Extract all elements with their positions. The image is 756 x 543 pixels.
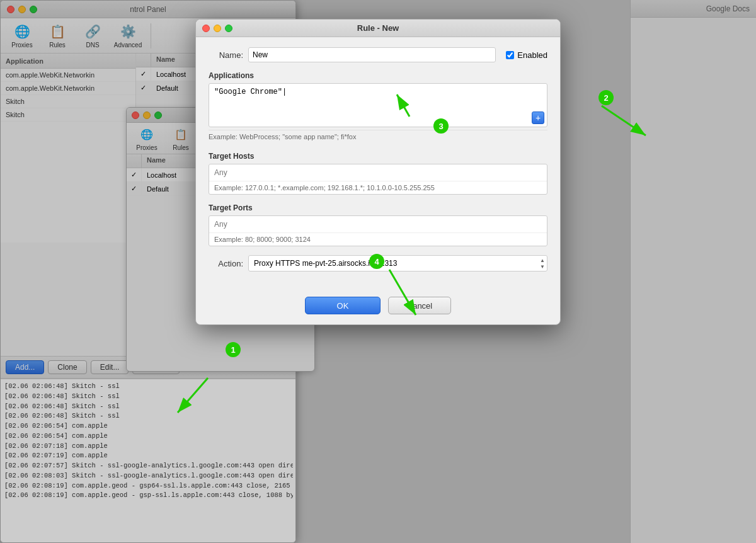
target-hosts-section: Target Hosts Example: 127.0.0.1; *.examp… [209,152,547,195]
name-input[interactable] [248,47,496,62]
dialog-overlay: Rule - New Name: Enabled Applications "G… [0,0,756,543]
modal-body: Name: Enabled Applications "Google Chrom… [196,37,560,292]
modal-footer: OK Cancel [196,292,560,324]
modal-zoom[interactable] [225,25,232,32]
name-row: Name: Enabled [209,47,547,62]
enabled-container: Enabled [506,50,547,60]
target-ports-input-row [209,216,547,232]
rule-dialog: Rule - New Name: Enabled Applications "G… [195,19,561,325]
target-ports-container: Example: 80; 8000; 9000; 3124 [209,215,547,246]
modal-minimize[interactable] [214,25,221,32]
applications-textarea[interactable]: "Google Chrome"| [209,84,547,122]
ok-button[interactable]: OK [305,297,381,314]
target-hosts-input[interactable] [209,164,547,181]
target-hosts-input-row [209,164,547,181]
cancel-button[interactable]: Cancel [388,297,451,314]
applications-section: Applications "Google Chrome"| + Example:… [209,71,547,143]
target-hosts-container: Example: 127.0.0.1; *.example.com; 192.1… [209,164,547,195]
applications-container: "Google Chrome"| + [209,83,547,127]
action-select[interactable]: Proxy HTTPS me-pvt-25.airsocks.in:41313 [248,255,547,272]
modal-traffic-lights [202,25,232,32]
enabled-label: Enabled [517,50,547,60]
target-ports-label: Target Ports [209,203,547,212]
applications-add-btn[interactable]: + [532,111,544,124]
target-ports-input[interactable] [209,216,547,232]
target-ports-section: Target Ports Example: 80; 8000; 9000; 31… [209,203,547,246]
modal-close[interactable] [202,25,210,32]
applications-example: Example: WebProcess; "some app name"; fi… [209,130,547,143]
action-select-wrapper: Proxy HTTPS me-pvt-25.airsocks.in:41313 … [248,255,547,272]
modal-title: Rule - New [357,23,399,33]
applications-section-label: Applications [209,71,547,80]
target-hosts-example: Example: 127.0.0.1; *.example.com; 192.1… [209,181,547,194]
action-label: Action: [209,259,243,268]
action-row: Action: Proxy HTTPS me-pvt-25.airsocks.i… [209,255,547,272]
enabled-checkbox[interactable] [506,51,514,59]
name-label: Name: [209,50,243,60]
target-ports-example: Example: 80; 8000; 9000; 3124 [209,233,547,246]
target-hosts-label: Target Hosts [209,152,547,161]
modal-titlebar: Rule - New [196,20,560,37]
